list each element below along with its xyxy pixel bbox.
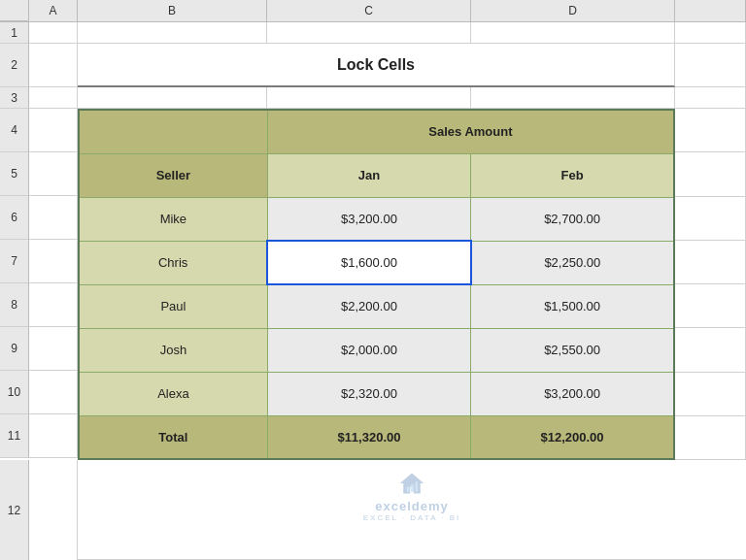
spreadsheet: A B C D 1 2 Lock Cells 3 4 5 6 7 [0, 0, 746, 560]
feb-josh[interactable]: $2,550.00 [471, 328, 674, 372]
feb-mike[interactable]: $2,700.00 [471, 197, 674, 241]
cell-a1[interactable] [29, 22, 78, 44]
watermark-tagline: EXCEL · DATA · BI [363, 513, 461, 522]
feb-alexa[interactable]: $3,200.00 [471, 372, 674, 415]
cell-b1[interactable] [78, 22, 267, 44]
cell-a6[interactable] [29, 196, 78, 240]
total-feb: $12,200.00 [471, 415, 674, 459]
grid-row-bottom: 12 exceldemy EXCEL · DATA · BI [0, 460, 746, 560]
total-label: Total [79, 415, 267, 459]
exceldemy-watermark: exceldemy EXCEL · DATA · BI [363, 470, 461, 522]
data-table-wrapper: Sales Amount Seller Jan Feb Mike $3,200.… [78, 109, 675, 460]
grid-row-1: 1 [0, 22, 746, 44]
cell-rest-11[interactable] [675, 416, 746, 460]
cell-a7[interactable] [29, 240, 78, 283]
cell-rest-1[interactable] [675, 22, 746, 44]
jan-paul[interactable]: $2,200.00 [267, 284, 470, 328]
jan-header: Jan [267, 153, 470, 197]
table-section: 4 5 6 7 8 9 10 11 [0, 109, 746, 460]
col-header-b[interactable]: B [78, 0, 267, 21]
seller-header: Seller [79, 153, 267, 197]
spreadsheet-title: Lock Cells [78, 44, 675, 87]
table-header-row2: Seller Jan Feb [79, 153, 674, 197]
cell-rest-7[interactable] [675, 241, 746, 284]
feb-header: Feb [471, 153, 674, 197]
cell-a5[interactable] [29, 152, 78, 196]
cell-a10[interactable] [29, 371, 78, 414]
seller-josh[interactable]: Josh [79, 328, 267, 372]
row-header-11: 11 [0, 414, 29, 458]
cell-a12[interactable] [29, 460, 78, 560]
cell-b3[interactable] [78, 87, 267, 109]
cell-d3[interactable] [471, 87, 675, 109]
cell-rest-4[interactable] [675, 109, 746, 152]
table-total-row: Total $11,320.00 $12,200.00 [79, 415, 674, 459]
table-row: Josh $2,000.00 $2,550.00 [79, 328, 674, 372]
jan-mike[interactable]: $3,200.00 [267, 197, 470, 241]
cell-rest-5[interactable] [675, 152, 746, 196]
row-header-4: 4 [0, 109, 29, 152]
col-header-c[interactable]: C [267, 0, 471, 21]
table-row: Mike $3,200.00 $2,700.00 [79, 197, 674, 241]
cell-a3[interactable] [29, 87, 78, 109]
table-header-row1: Sales Amount [79, 110, 674, 153]
row-header-2: 2 [0, 44, 29, 87]
cell-rest-8[interactable] [675, 284, 746, 328]
cell-rest-10[interactable] [675, 373, 746, 416]
cell-a2[interactable] [29, 44, 78, 87]
cell-rest-3[interactable] [675, 87, 746, 109]
svg-rect-1 [407, 487, 410, 492]
corner-cell [0, 0, 29, 21]
watermark-area: exceldemy EXCEL · DATA · BI [78, 460, 746, 560]
row-header-1: 1 [0, 22, 29, 44]
total-jan: $11,320.00 [267, 415, 470, 459]
header-empty-cell [79, 110, 267, 153]
seller-chris[interactable]: Chris [79, 241, 267, 284]
col-header-d[interactable]: D [471, 0, 675, 21]
cell-a4[interactable] [29, 109, 78, 152]
data-table: Sales Amount Seller Jan Feb Mike $3,200.… [78, 109, 675, 460]
cell-c1[interactable] [267, 22, 471, 44]
feb-paul[interactable]: $1,500.00 [471, 284, 674, 328]
grid-row-3: 3 [0, 87, 746, 109]
row-header-8: 8 [0, 283, 29, 327]
cell-a9[interactable] [29, 327, 78, 371]
grid-row-2: 2 Lock Cells [0, 44, 746, 87]
table-row: Paul $2,200.00 $1,500.00 [79, 284, 674, 328]
cell-rest-9[interactable] [675, 328, 746, 372]
row-header-12: 12 [0, 460, 29, 560]
cell-a8[interactable] [29, 283, 78, 327]
cell-rest-2[interactable] [675, 44, 746, 87]
table-row: Alexa $2,320.00 $3,200.00 [79, 372, 674, 415]
col-header-rest[interactable] [675, 0, 746, 21]
sales-amount-header: Sales Amount [267, 110, 674, 153]
svg-rect-2 [411, 484, 414, 492]
column-headers: A B C D [0, 0, 746, 22]
feb-chris[interactable]: $2,250.00 [471, 241, 674, 284]
svg-rect-3 [415, 481, 418, 492]
table-row: Chris $1,600.00 $2,250.00 [79, 241, 674, 284]
row-header-5: 5 [0, 152, 29, 196]
row-header-9: 9 [0, 327, 29, 371]
row-header-7: 7 [0, 240, 29, 283]
seller-mike[interactable]: Mike [79, 197, 267, 241]
cell-d1[interactable] [471, 22, 675, 44]
jan-chris[interactable]: $1,600.00 [267, 241, 470, 284]
seller-paul[interactable]: Paul [79, 284, 267, 328]
cell-a11[interactable] [29, 414, 78, 458]
seller-alexa[interactable]: Alexa [79, 372, 267, 415]
watermark-brand: exceldemy [375, 499, 449, 513]
row-header-10: 10 [0, 371, 29, 414]
cell-rest-6[interactable] [675, 197, 746, 241]
row-header-3: 3 [0, 87, 29, 109]
jan-josh[interactable]: $2,000.00 [267, 328, 470, 372]
col-header-a[interactable]: A [29, 0, 78, 21]
row-header-6: 6 [0, 196, 29, 240]
jan-alexa[interactable]: $2,320.00 [267, 372, 470, 415]
cell-c3[interactable] [267, 87, 471, 109]
